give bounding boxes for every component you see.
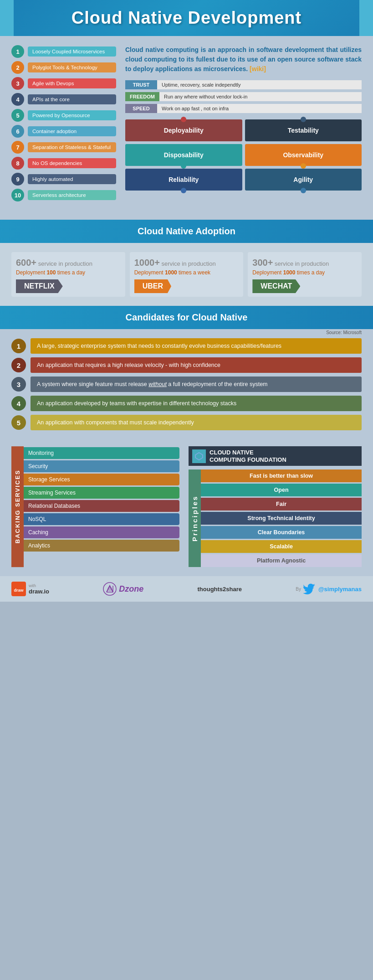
list-num: 3 — [11, 77, 24, 90]
prop-dot — [181, 117, 186, 122]
backing-item: Relational Databases — [23, 500, 179, 512]
adoption-stat: 1000+ service in production — [134, 258, 239, 268]
prop-dot — [181, 163, 186, 169]
list-item: 9 Highly automated — [11, 173, 116, 186]
candidate-num: 1 — [11, 339, 26, 353]
list-num: 5 — [11, 109, 24, 122]
drawio-brand: draw with draw.io — [11, 582, 49, 596]
list-item: 3 Agile with Devops — [11, 77, 116, 90]
svg-text:draw: draw — [14, 588, 24, 593]
candidate-item: 2 An application that requires a high re… — [11, 357, 362, 373]
backing-item: Security — [23, 460, 179, 472]
twitter-handle: @simplymanas — [318, 586, 362, 593]
bottom-section: BACKING SERVICES MonitoringSecurityStora… — [0, 442, 373, 576]
cnc-header: CLOUD NATIVE COMPUTING FOUNDATION — [189, 446, 362, 466]
adoption-banner: Cloud Native Adoption — [0, 220, 373, 243]
prop-dot — [301, 188, 306, 193]
backing-item: NoSQL — [23, 513, 179, 525]
dzone-brand: Dzone — [103, 582, 143, 596]
principles-items: Fast is better than slowOpenFairStrong T… — [201, 469, 362, 567]
candidate-num: 4 — [11, 396, 26, 411]
list-label: APIs at the core — [28, 94, 116, 104]
drawio-logo: draw — [11, 582, 26, 596]
principle-item: Strong Technical Identity — [201, 512, 362, 525]
list-item: 5 Powered by Opensource — [11, 109, 116, 122]
candidate-item: 4 An application developed by teams with… — [11, 396, 362, 411]
wiki-link: [wiki] — [250, 65, 266, 72]
prop-dot — [301, 163, 306, 169]
twitter-icon — [303, 583, 316, 594]
cnc-logo — [192, 449, 206, 463]
adoption-stat: 300+ service in production — [252, 258, 357, 268]
tfs-item: TRUST Uptime, recovery, scale independtl… — [125, 80, 362, 89]
dzone-icon — [103, 582, 117, 596]
feature-list: 1 Loosely Coupled Microservices 2 Polygl… — [11, 45, 116, 201]
list-num: 4 — [11, 93, 24, 106]
list-label: Loosely Coupled Microservices — [28, 46, 116, 57]
candidate-num: 5 — [11, 415, 26, 430]
page-title: Cloud Native Development — [5, 8, 368, 28]
description-main: Cloud native computing is an approach in… — [125, 46, 362, 72]
list-label: Serverless architecture — [28, 190, 116, 200]
backing-item: Caching — [23, 526, 179, 538]
candidate-text: An application that requires a high rele… — [31, 357, 362, 373]
principle-item: Fast is better than slow — [201, 469, 362, 482]
right-content: Cloud native computing is an approach in… — [125, 45, 362, 201]
list-label: Highly automated — [28, 174, 116, 184]
principles-inner: Principles Fast is better than slowOpenF… — [189, 469, 362, 567]
tfs-label: SPEED — [125, 104, 157, 113]
adoption-num: 600+ — [16, 258, 36, 268]
list-num: 7 — [11, 141, 24, 154]
cnc-logo-icon — [194, 452, 204, 461]
adoption-name: NETFLIX — [16, 279, 63, 293]
candidate-text: An application with components that must… — [31, 415, 362, 430]
drawio-text: with draw.io — [29, 583, 49, 595]
prop-cell-agility: Agility — [245, 169, 362, 191]
list-label: Agile with Devops — [28, 78, 116, 88]
list-item: 6 Container adoption — [11, 125, 116, 138]
backing-item: Monitoring — [23, 447, 179, 459]
list-item: 1 Loosely Coupled Microservices — [11, 45, 116, 58]
list-item: 10 Serverless architecture — [11, 189, 116, 201]
candidate-item: 5 An application with components that mu… — [11, 415, 362, 430]
description-text: Cloud native computing is an approach in… — [125, 45, 362, 74]
prop-dot — [301, 117, 306, 122]
candidate-text: An application developed by teams with e… — [31, 396, 362, 411]
twitter-by-label: By — [296, 587, 301, 592]
principles-section: CLOUD NATIVE COMPUTING FOUNDATION Princi… — [189, 446, 362, 567]
principle-item: Fair — [201, 498, 362, 511]
top-section: 1 Loosely Coupled Microservices 2 Polygl… — [11, 45, 362, 201]
list-label: Container adoption — [28, 126, 116, 136]
adoption-row: 600+ service in production Deployment 10… — [11, 252, 362, 297]
list-num: 10 — [11, 189, 24, 201]
candidate-item: 3 A system where single feature must rel… — [11, 377, 362, 392]
backing-label: BACKING SERVICES — [11, 446, 24, 567]
list-num: 8 — [11, 157, 24, 170]
list-num: 9 — [11, 173, 24, 186]
adoption-card: 1000+ service in production Deployment 1… — [130, 252, 244, 297]
svg-marker-1 — [197, 454, 201, 459]
list-item: 2 Polyglot Tools & Technology — [11, 61, 116, 74]
adoption-name: WECHAT — [252, 279, 300, 293]
list-label: Powered by Opensource — [28, 110, 116, 120]
adoption-num: 300+ — [252, 258, 273, 268]
page-header: Cloud Native Development — [0, 0, 373, 36]
adoption-card: 300+ service in production Deployment 10… — [248, 252, 362, 297]
principles-label: Principles — [189, 469, 201, 567]
list-item: 7 Separation of Stateless & Stateful — [11, 141, 116, 154]
backing-items: MonitoringSecurityStorage ServicesStream… — [24, 446, 179, 567]
tfs-list: TRUST Uptime, recovery, scale independtl… — [125, 80, 362, 113]
adoption-stat: 600+ service in production — [16, 258, 121, 268]
adoption-deploy: Deployment 1000 times a day — [252, 269, 357, 276]
list-num: 2 — [11, 61, 24, 74]
svg-point-5 — [107, 587, 112, 591]
candidate-num: 2 — [11, 358, 26, 372]
list-num: 6 — [11, 125, 24, 138]
candidate-text: A large, strategic enterprise system tha… — [31, 338, 362, 354]
adoption-num: 1000+ — [134, 258, 160, 268]
dzone-text: Dzone — [119, 584, 143, 594]
list-label: Polyglot Tools & Technology — [28, 62, 116, 72]
deploy-num: 1000 — [165, 269, 177, 276]
principle-item: Scalable — [201, 540, 362, 553]
candidates-section: Source: Microsoft 1 A large, strategic e… — [0, 329, 373, 442]
